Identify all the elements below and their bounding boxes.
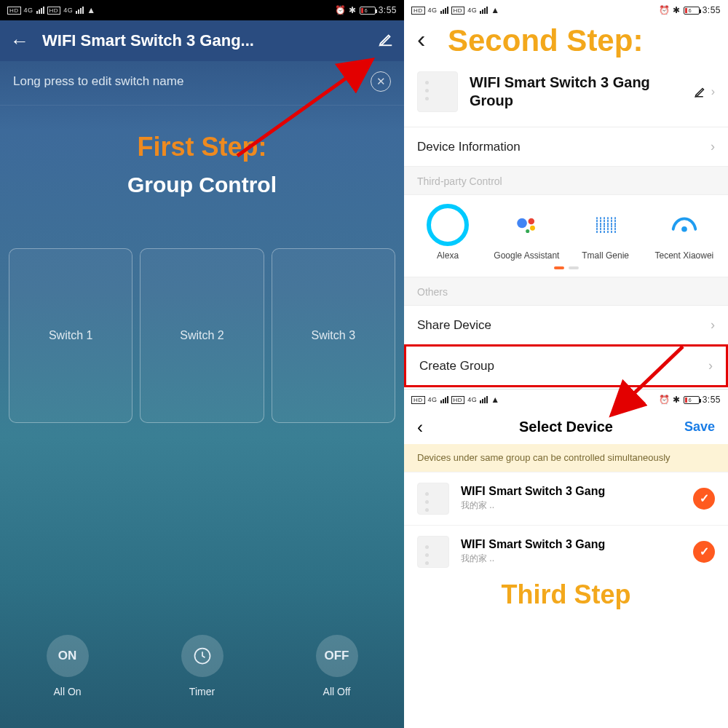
tmall-genie-icon: ┇┇┇┇┇┇┇┇┇┇┇┇	[587, 204, 625, 246]
assistant-label: Tmall Genie	[566, 250, 645, 261]
hd-icon: HD	[47, 7, 61, 15]
signal-icon	[36, 7, 44, 14]
status-bar: HD 4G HD 4G ▲ ⏰ ✱ 6 3:55	[0, 0, 404, 20]
step-label: ‹ Second Step:	[404, 20, 728, 63]
device-name: WIFI Smart Switch 3 Gang Group	[470, 74, 682, 110]
step-title: Group Control	[0, 173, 404, 197]
switch-card-1[interactable]: Switch 1	[9, 248, 132, 423]
device-title: WIFI Smart Switch 3 Gang	[461, 538, 605, 551]
clock-label: 3:55	[703, 395, 721, 405]
rename-button[interactable]: ›	[694, 85, 715, 98]
switch-card-3[interactable]: Switch 3	[272, 248, 395, 423]
svg-point-6	[681, 226, 687, 232]
device-icon	[417, 71, 458, 112]
row-label: Share Device	[417, 318, 491, 333]
signal-icon	[440, 7, 448, 14]
switch-label: Switch 2	[180, 329, 223, 342]
edit-hint-bar: Long press to edit switch name ✕	[0, 61, 404, 106]
checked-icon[interactable]: ✓	[693, 488, 715, 510]
wifi-icon: ▲	[87, 5, 95, 15]
hero-annotation: First Step: Group Control	[0, 106, 404, 205]
network-label: 4G	[467, 396, 477, 403]
svg-point-5	[526, 229, 530, 233]
page-title: WIFI Smart Switch 3 Gang...	[42, 31, 365, 50]
back-button[interactable]: ←	[10, 30, 29, 52]
assistant-label: Tecent Xiaowei	[645, 250, 724, 261]
status-bar: HD 4G HD 4G ▲ ⏰ ✱ 6 3:55	[404, 0, 728, 20]
close-button[interactable]: ✕	[371, 71, 391, 92]
bluetooth-icon: ✱	[673, 395, 681, 405]
status-bar: HD 4G HD 4G ▲ ⏰ ✱ 6 3:55	[404, 389, 728, 410]
btn-label: All Off	[323, 686, 351, 697]
all-on-button[interactable]: ON All On	[47, 635, 89, 697]
alarm-icon: ⏰	[659, 395, 670, 405]
network-label: 4G	[467, 7, 477, 14]
bluetooth-icon: ✱	[673, 5, 681, 15]
svg-point-3	[529, 218, 535, 225]
assistant-label: Alexa	[408, 250, 487, 261]
wifi-icon: ▲	[491, 5, 499, 15]
btn-label: All On	[53, 686, 81, 697]
battery-icon: 6	[684, 7, 700, 15]
row-device-information[interactable]: Device Information ›	[404, 127, 728, 166]
assistant-label: Google Assistant	[487, 250, 566, 261]
device-header: WIFI Smart Switch 3 Gang Group ›	[404, 63, 728, 127]
clock-label: 3:55	[703, 5, 721, 15]
screen-first-step: HD 4G HD 4G ▲ ⏰ ✱ 6 3:55 ← WIFI Smart Sw…	[0, 0, 404, 728]
device-sub: 我的家 ..	[461, 553, 605, 565]
assistant-tmall[interactable]: ┇┇┇┇┇┇┇┇┇┇┇┇ Tmall Genie	[566, 204, 645, 261]
signal-icon	[440, 396, 448, 403]
row-create-group[interactable]: Create Group ›	[404, 344, 728, 387]
chevron-right-icon: ›	[711, 139, 715, 154]
info-banner: Devices under same group can be controll…	[404, 444, 728, 472]
alexa-icon	[427, 204, 469, 246]
svg-point-4	[530, 226, 535, 231]
network-label: 4G	[63, 7, 73, 14]
device-sub: 我的家 ..	[461, 499, 605, 512]
switch-card-2[interactable]: Switch 2	[140, 248, 264, 423]
off-icon: OFF	[316, 635, 358, 677]
hd-icon: HD	[451, 396, 465, 404]
hd-icon: HD	[451, 7, 465, 15]
bottom-bar: ON All On Timer OFF All Off	[0, 606, 404, 728]
switch-label: Switch 1	[49, 329, 92, 342]
hd-icon: HD	[411, 396, 425, 404]
checked-icon[interactable]: ✓	[693, 541, 715, 563]
back-button[interactable]: ‹	[417, 417, 423, 438]
chevron-right-icon: ›	[711, 317, 715, 333]
assistants-row: Alexa Google Assistant ┇┇┇┇┇┇┇┇┇┇┇┇ Tmal…	[404, 195, 728, 266]
device-icon	[417, 483, 449, 515]
switch-label: Switch 3	[312, 329, 355, 342]
clock-label: 3:55	[379, 5, 397, 15]
wifi-icon: ▲	[491, 395, 499, 405]
section-others: Others	[404, 277, 728, 306]
step-label: Third Step	[404, 578, 728, 610]
alarm-icon: ⏰	[335, 5, 347, 15]
assistant-google[interactable]: Google Assistant	[487, 204, 566, 261]
signal-icon	[480, 7, 488, 14]
app-header: ← WIFI Smart Switch 3 Gang...	[0, 20, 404, 61]
device-row[interactable]: WIFI Smart Switch 3 Gang 我的家 .. ✓	[404, 525, 728, 578]
back-button[interactable]: ‹	[417, 25, 425, 53]
tecent-xiaowei-icon	[663, 204, 705, 246]
btn-label: Timer	[189, 686, 215, 697]
signal-icon	[76, 7, 84, 14]
bluetooth-icon: ✱	[349, 5, 357, 15]
screen-third-step: HD 4G HD 4G ▲ ⏰ ✱ 6 3:55 ‹ Select Device…	[404, 389, 728, 610]
device-icon	[417, 536, 449, 568]
save-button[interactable]: Save	[684, 419, 715, 435]
assistant-tecent[interactable]: Tecent Xiaowei	[645, 204, 724, 261]
page-dots	[404, 266, 728, 277]
edit-button[interactable]	[378, 31, 394, 51]
all-off-button[interactable]: OFF All Off	[316, 635, 358, 697]
device-row[interactable]: WIFI Smart Switch 3 Gang 我的家 .. ✓	[404, 472, 728, 525]
on-icon: ON	[47, 635, 89, 677]
timer-button[interactable]: Timer	[181, 635, 223, 697]
switch-row: Switch 1 Switch 2 Switch 3	[0, 205, 404, 423]
screen-second-step: HD 4G HD 4G ▲ ⏰ ✱ 6 3:55 ‹ Second Step: …	[404, 0, 728, 728]
chevron-right-icon: ›	[708, 358, 713, 373]
row-share-device[interactable]: Share Device ›	[404, 306, 728, 344]
page-title: Select Device	[519, 419, 613, 435]
assistant-alexa[interactable]: Alexa	[408, 204, 487, 261]
network-label: 4G	[428, 7, 438, 14]
